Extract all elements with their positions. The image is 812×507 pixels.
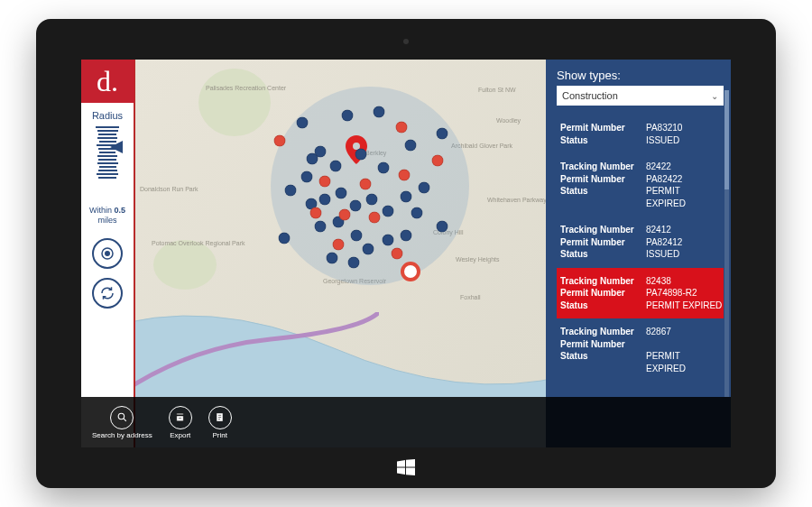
map-pin-red[interactable] <box>310 207 322 219</box>
map-pin-blue[interactable] <box>327 253 338 264</box>
type-dropdown[interactable]: Construction ⌄ <box>557 86 724 106</box>
map-pin-red[interactable] <box>339 209 351 221</box>
windows-logo-button[interactable] <box>397 459 415 475</box>
map-pin-blue[interactable] <box>383 206 394 217</box>
map-pin-blue[interactable] <box>363 244 374 255</box>
map-pin-blue[interactable] <box>351 230 363 242</box>
chevron-down-icon: ⌄ <box>711 91 718 101</box>
map-label: Woodley <box>496 117 521 124</box>
webcam-dot <box>403 39 409 44</box>
permit-item[interactable]: Tracking Number82438Permit NumberPA74898… <box>557 268 724 319</box>
refresh-button[interactable] <box>92 278 123 309</box>
map-pin-blue[interactable] <box>401 191 412 203</box>
permit-item[interactable]: Tracking Number82412Permit NumberPA82412… <box>557 217 724 268</box>
search-icon <box>110 406 134 429</box>
permit-field-label: Tracking Number <box>560 326 646 338</box>
map-pin-blue[interactable] <box>405 140 417 152</box>
map-pin-red[interactable] <box>396 122 408 134</box>
map-pin-blue[interactable] <box>355 149 367 161</box>
map-pin-blue[interactable] <box>315 221 327 233</box>
permit-item[interactable]: Tracking Number82422Permit NumberPA82422… <box>557 153 724 217</box>
map-label: Wesley Heights <box>456 256 500 263</box>
map-pin-blue[interactable] <box>383 235 394 246</box>
map-pin-red[interactable] <box>333 239 345 251</box>
radius-value-label: Within 0.5 miles <box>89 206 125 226</box>
map-label: Fulton St NW <box>478 87 516 93</box>
permit-field-label: Status <box>560 350 646 374</box>
map-pin-red[interactable] <box>369 212 381 224</box>
permit-field-value: PA74898-R2 <box>646 287 724 300</box>
map-pin-red[interactable] <box>360 179 372 190</box>
app-screen: d. Radius Within 0.5 miles <box>81 60 731 447</box>
print-icon <box>208 406 232 429</box>
map-canvas[interactable]: Palisades Recreation Center Berkley Arch… <box>135 60 546 447</box>
map-pin-blue[interactable] <box>419 182 430 194</box>
map-pin-blue[interactable] <box>285 185 297 197</box>
map-pin-blue[interactable] <box>342 110 354 122</box>
locate-me-button[interactable] <box>92 238 123 269</box>
map-pin-blue[interactable] <box>366 194 378 206</box>
map-pin-blue[interactable] <box>411 207 423 219</box>
map-pin-blue[interactable] <box>307 153 318 165</box>
map-pin-blue[interactable] <box>319 194 331 206</box>
permit-list: Permit NumberPA83210StatusISSUEDTracking… <box>557 115 724 403</box>
map-label: Palisades Recreation Center <box>206 85 286 91</box>
map-label: Donaldson Run Park <box>140 186 198 192</box>
map-pin-red[interactable] <box>392 248 403 260</box>
map-pin-blue[interactable] <box>297 117 309 129</box>
permit-field-value: ISSUED <box>646 248 720 261</box>
map-pin-blue[interactable] <box>301 171 313 183</box>
map-pin-blue[interactable] <box>279 233 291 244</box>
radius-indicator-icon <box>110 141 123 153</box>
permit-field-value: 82422 <box>646 161 720 173</box>
map-pin-blue[interactable] <box>350 200 362 212</box>
map-pin-red[interactable] <box>319 176 331 188</box>
permit-field-value: ISSUED <box>646 134 720 147</box>
results-panel: Show types: Construction ⌄ Permit Number… <box>546 60 731 447</box>
map-pin-blue[interactable] <box>401 230 412 242</box>
map-pin-red[interactable] <box>274 135 286 147</box>
tablet-device-frame: d. Radius Within 0.5 miles <box>36 19 776 488</box>
map-pin-blue[interactable] <box>378 162 390 174</box>
map-pin-blue[interactable] <box>348 257 360 269</box>
export-button[interactable]: Export <box>169 406 192 439</box>
permit-field-value: PA82412 <box>646 236 720 249</box>
permit-field-value <box>646 338 720 351</box>
permit-field-label: Permit Number <box>560 287 646 300</box>
permit-field-value: 82867 <box>646 326 720 338</box>
permit-item[interactable]: Permit NumberPA83210StatusISSUED <box>557 115 724 153</box>
map-pin-blue[interactable] <box>437 128 448 140</box>
permit-field-value: PA82422 <box>646 173 720 186</box>
filter-label: Show types: <box>557 69 724 82</box>
map-pin-red[interactable] <box>399 170 411 181</box>
results-scrollbar[interactable] <box>724 90 729 397</box>
svg-point-2 <box>118 413 125 419</box>
scroll-thumb[interactable] <box>724 90 729 189</box>
map-pin-blue[interactable] <box>437 221 448 233</box>
permit-field-label: Status <box>560 185 646 209</box>
permit-field-value: PA83210 <box>646 122 720 134</box>
permit-field-label: Status <box>560 300 646 312</box>
map-pin-red[interactable] <box>432 155 444 167</box>
map-pin-selected[interactable] <box>401 262 420 281</box>
map-label: Whitehaven Parkway <box>487 197 547 203</box>
map-pin-blue[interactable] <box>374 106 385 118</box>
permit-field-value: 82412 <box>646 224 720 236</box>
permit-field-label: Permit Number <box>560 236 646 249</box>
app-logo-tile[interactable]: d. <box>81 60 134 103</box>
map-label: Foxhall <box>460 294 481 300</box>
permit-field-label: Status <box>560 248 646 261</box>
map-label: Potomac Overlook Regional Park <box>152 240 245 246</box>
permit-field-label: Status <box>560 134 646 147</box>
permit-field-value: PERMIT EXPIRED <box>646 350 720 374</box>
permit-field-label: Permit Number <box>560 122 646 134</box>
permit-field-label: Tracking Number <box>560 224 646 236</box>
app-command-bar: Search by address Export Print <box>81 397 731 447</box>
permit-item[interactable]: Tracking Number82867Permit NumberStatusP… <box>557 318 724 382</box>
map-pin-blue[interactable] <box>330 161 342 172</box>
export-icon <box>169 406 192 429</box>
search-by-address-button[interactable]: Search by address <box>92 406 152 439</box>
app-logo-letter: d. <box>97 65 118 98</box>
map-pin-blue[interactable] <box>336 188 347 199</box>
print-button[interactable]: Print <box>208 406 232 439</box>
